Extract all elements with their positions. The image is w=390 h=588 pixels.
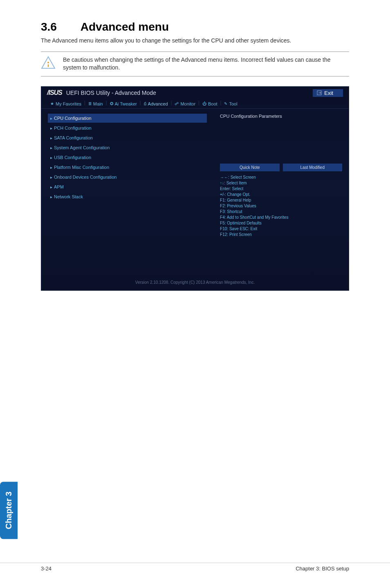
- tab-advanced[interactable]: ⎙Advanced: [142, 100, 170, 108]
- caution-text: Be cautious when changing the settings o…: [63, 56, 349, 72]
- exit-label: Exit: [324, 90, 333, 96]
- cfg-item-apm[interactable]: ▸APM: [48, 182, 207, 191]
- tab-main[interactable]: ≣Main: [87, 100, 105, 108]
- cfg-item-platform[interactable]: ▸Platform Misc Configuration: [48, 163, 207, 172]
- page-number: 3-24: [41, 566, 52, 572]
- intro-paragraph: The Advanced menu items allow you to cha…: [41, 37, 349, 45]
- help-line: F4: Add to ShortCut and My Favorites: [220, 215, 342, 220]
- cfg-item-sata[interactable]: ▸SATA Configuration: [48, 133, 207, 142]
- help-line: Enter: Select: [220, 186, 342, 192]
- cfg-item-onboard[interactable]: ▸Onboard Devices Configuration: [48, 173, 207, 182]
- advanced-icon: ⎙: [144, 101, 146, 106]
- section-title-text: Advanced menu: [81, 20, 169, 33]
- page-footer-right: Chapter 3: BIOS setup: [296, 566, 349, 572]
- help-line: F1: General Help: [220, 197, 342, 203]
- help-line: F2: Previous Values: [220, 203, 342, 209]
- section-heading: 3.6 Advanced menu: [41, 20, 349, 34]
- cfg-item-agent[interactable]: ▸System Agent Configuration: [48, 143, 207, 152]
- cfg-item-pch[interactable]: ▸PCH Configuration: [48, 123, 207, 132]
- config-list: ▸CPU Configuration ▸PCH Configuration ▸S…: [41, 109, 213, 272]
- right-panel-header: CPU Configuration Parameters: [220, 114, 342, 119]
- cfg-item-usb[interactable]: ▸USB Configuration: [48, 153, 207, 162]
- chip-icon: ✪: [110, 101, 113, 106]
- help-line: F5: Optimized Defaults: [220, 220, 342, 226]
- section-number: 3.6: [41, 20, 78, 34]
- tab-favorites[interactable]: ★My Favorites: [49, 100, 83, 108]
- tab-boot[interactable]: ⏻Boot: [201, 100, 219, 108]
- tab-tool[interactable]: ✎Tool: [222, 100, 239, 108]
- help-list: →←: Select Screen ↑↓: Select Item Enter:…: [220, 175, 342, 238]
- svg-point-1: [47, 62, 49, 63]
- bios-title: UEFI BIOS Utility - Advanced Mode: [66, 90, 156, 96]
- cfg-item-cpu[interactable]: ▸CPU Configuration: [48, 114, 207, 123]
- chapter-side-tab: Chapter 3: [0, 482, 18, 539]
- exit-button[interactable]: Exit: [313, 89, 343, 97]
- last-modified-button[interactable]: Last Modified: [283, 164, 342, 171]
- caution-box: Be cautious when changing the settings o…: [41, 52, 349, 76]
- bios-screenshot: /ISUS UEFI BIOS Utility - Advanced Mode …: [41, 86, 349, 291]
- help-line: ↑↓: Select Item: [220, 180, 342, 186]
- svg-rect-2: [48, 64, 49, 67]
- warning-icon: [41, 56, 56, 69]
- brand-logo: /ISUS: [47, 89, 62, 96]
- help-line: F10: Save ESC: Exit: [220, 226, 342, 232]
- power-icon: ⏻: [202, 101, 206, 106]
- tab-tweaker[interactable]: ✪Ai Tweaker: [108, 100, 139, 108]
- star-icon: ★: [50, 101, 54, 106]
- list-icon: ≣: [88, 101, 92, 106]
- bios-footer: Version 2.10.1208. Copyright (C) 2013 Am…: [41, 278, 349, 287]
- help-line: →←: Select Screen: [220, 175, 342, 180]
- tab-monitor[interactable]: ☍Monitor: [173, 100, 197, 108]
- quick-note-button[interactable]: Quick Note: [220, 164, 279, 171]
- help-line: F12: Print Screen: [220, 232, 342, 238]
- help-line: F3: Shortcut: [220, 209, 342, 215]
- monitor-icon: ☍: [175, 101, 179, 106]
- main-tab-bar: ★My Favorites | ≣Main | ✪Ai Tweaker | ⎙A…: [41, 99, 349, 109]
- tool-icon: ✎: [224, 101, 227, 106]
- exit-icon: [317, 90, 322, 95]
- cfg-item-network[interactable]: ▸Network Stack: [48, 192, 207, 201]
- help-line: +/-: Change Opt.: [220, 192, 342, 197]
